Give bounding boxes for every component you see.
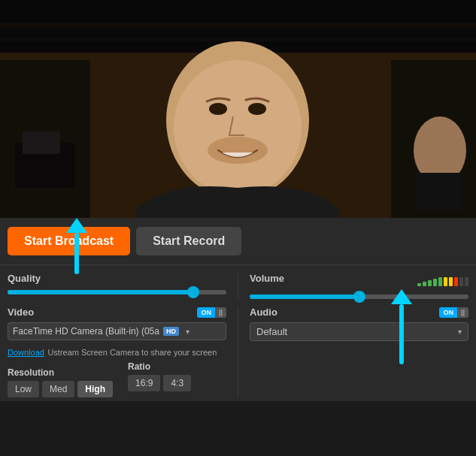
video-toggle-bars: || — [215, 307, 226, 318]
res-med-button[interactable]: Med — [42, 381, 74, 397]
ratio-169-button[interactable]: 16:9 — [128, 375, 160, 391]
quality-label: Quality — [8, 273, 226, 284]
volume-slider-track[interactable] — [250, 294, 468, 299]
svg-rect-8 — [23, 131, 60, 154]
audio-toggle-bars: || — [457, 307, 468, 318]
svg-point-13 — [208, 137, 268, 164]
video-content — [0, 0, 476, 218]
svg-point-15 — [248, 103, 266, 115]
volume-label: Volume — [250, 273, 284, 284]
vol-bar-10 — [465, 277, 468, 286]
quality-group: Quality — [8, 273, 226, 299]
res-ratio-row: Resolution Low Med High Ratio 16:9 4:3 — [8, 361, 226, 397]
resolution-group: Resolution Low Med High — [8, 361, 113, 397]
vol-bar-5 — [438, 277, 442, 286]
audio-select[interactable]: Default ▾ — [250, 322, 468, 341]
divider — [238, 273, 238, 299]
vol-bar-7 — [449, 277, 453, 286]
res-high-button[interactable]: High — [77, 381, 113, 397]
svg-rect-10 — [417, 173, 462, 210]
quality-slider-fill — [8, 290, 193, 294]
resolution-buttons: Low Med High — [8, 381, 113, 397]
lower-section: Video ON || FaceTime HD Camera (Built-in… — [0, 303, 476, 401]
vol-bar-4 — [433, 279, 437, 286]
ratio-group: Ratio 16:9 4:3 — [128, 361, 191, 391]
vol-bar-2 — [423, 282, 426, 286]
video-section-header: Video ON || — [8, 307, 226, 318]
video-feed — [0, 0, 476, 218]
video-toggle-on: ON — [197, 307, 215, 318]
svg-point-12 — [174, 60, 302, 195]
vol-bar-6 — [444, 277, 447, 286]
vol-bar-3 — [428, 280, 432, 286]
camera-name: FaceTime HD Camera (Built-in) (05a — [13, 326, 159, 337]
quality-slider-thumb[interactable] — [187, 286, 199, 298]
button-row: Start Broadcast Start Record — [0, 218, 476, 265]
svg-rect-6 — [0, 38, 476, 41]
chevron-down-icon: ▾ — [186, 328, 189, 336]
start-record-button[interactable]: Start Record — [136, 227, 241, 255]
download-text: Ustream Screen Camera to share your scre… — [47, 348, 217, 357]
volume-header: Volume — [250, 273, 468, 288]
vol-bar-1 — [417, 283, 421, 286]
audio-section-header: Audio ON || — [250, 307, 468, 318]
ratio-buttons: 16:9 4:3 — [128, 375, 191, 391]
audio-toggle[interactable]: ON || — [439, 307, 468, 318]
video-section-title: Video — [8, 307, 34, 318]
volume-group: Volume — [250, 273, 468, 299]
audio-toggle-on: ON — [439, 307, 457, 318]
video-toggle[interactable]: ON || — [197, 307, 226, 318]
vol-bar-8 — [454, 277, 458, 286]
video-panel: Video ON || FaceTime HD Camera (Built-in… — [8, 307, 226, 397]
volume-bars — [417, 276, 468, 286]
ratio-43-button[interactable]: 4:3 — [163, 375, 191, 391]
audio-section-title: Audio — [250, 307, 277, 318]
panel-divider — [238, 307, 238, 397]
res-low-button[interactable]: Low — [8, 381, 39, 397]
download-row: Download Ustream Screen Camera to share … — [8, 345, 226, 358]
audio-default-option: Default — [256, 326, 287, 337]
camera-select[interactable]: FaceTime HD Camera (Built-in) (05a HD ▾ — [8, 322, 226, 340]
quality-slider-track[interactable] — [8, 290, 226, 294]
volume-slider-thumb[interactable] — [353, 291, 365, 303]
download-link[interactable]: Download — [8, 348, 44, 357]
video-area — [0, 0, 476, 218]
start-broadcast-button[interactable]: Start Broadcast — [8, 227, 130, 255]
audio-panel: Audio ON || Default ▾ — [250, 307, 468, 397]
resolution-label: Resolution — [8, 367, 113, 378]
controls-area: Start Broadcast Start Record Quality Vol… — [0, 218, 476, 401]
hd-badge: HD — [163, 327, 179, 336]
svg-rect-5 — [0, 23, 476, 29]
sliders-section: Quality Volume — [0, 265, 476, 303]
audio-chevron-icon: ▾ — [458, 328, 462, 336]
svg-point-14 — [209, 103, 227, 115]
vol-bar-9 — [459, 277, 463, 286]
ratio-label: Ratio — [128, 361, 191, 372]
volume-slider-fill — [250, 294, 359, 299]
